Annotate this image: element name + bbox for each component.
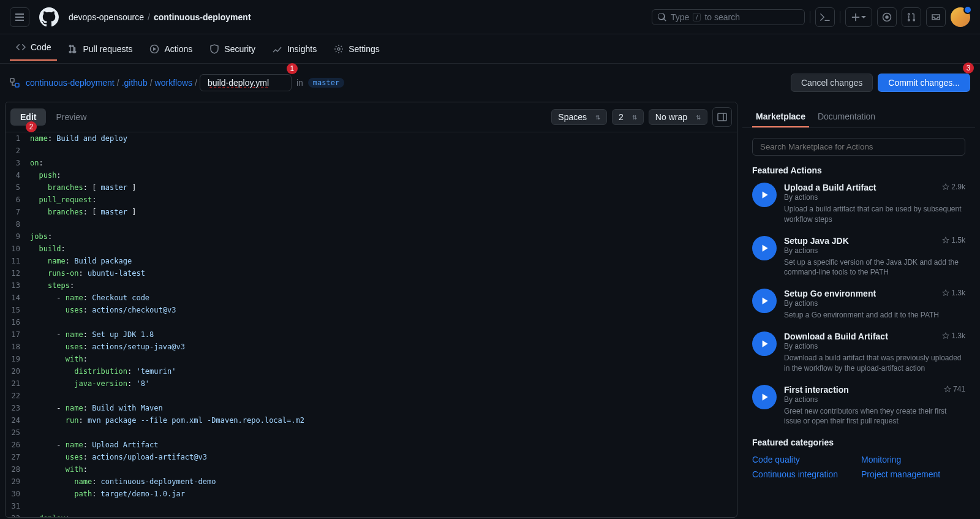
plus-icon [851, 13, 860, 21]
repo-link[interactable]: continuous-deployment [154, 12, 251, 22]
branch-pill: master [308, 78, 344, 88]
github-logo-icon[interactable] [39, 7, 59, 27]
marketplace-action[interactable]: First interaction741 By actions Greet ne… [752, 385, 965, 427]
search-placeholder: Type [671, 12, 689, 22]
notifications-button[interactable] [926, 7, 946, 27]
action-stars: 1.3k [942, 331, 965, 340]
action-stars: 741 [944, 385, 965, 393]
annotation-badge-1: 1 [287, 63, 298, 74]
divider [810, 11, 810, 23]
breadcrumb-separator: / [148, 12, 150, 22]
code-line: 3on: [6, 157, 737, 169]
code-line: 27 uses: actions/upload-artifact@v3 [6, 451, 737, 463]
code-line: 23 - name: Build with Maven [6, 402, 737, 414]
breadcrumb-repo[interactable]: continuous-deployment [26, 78, 115, 88]
code-line: 12 runs-on: ubuntu-latest [6, 267, 737, 279]
category-link[interactable]: Monitoring [861, 455, 965, 464]
file-breadcrumb-row: continuous-deployment / .github / workfl… [0, 64, 980, 102]
breadcrumb-workflows[interactable]: workflows [155, 78, 192, 88]
marketplace-action[interactable]: Setup Java JDK1.5k By actions Set up a s… [752, 236, 965, 278]
code-line: 4 push: [6, 169, 737, 181]
svg-point-1 [886, 16, 888, 18]
workflow-icon [10, 78, 20, 88]
code-line: 26 - name: Upload Artifact [6, 439, 737, 451]
code-line: 25 [6, 426, 737, 439]
user-avatar[interactable] [951, 7, 970, 27]
menu-button[interactable] [10, 7, 29, 27]
marketplace-tab[interactable]: Marketplace [752, 107, 809, 127]
code-line: 32 deploy: [6, 512, 737, 517]
wrap-select[interactable]: No wrap⇅ [649, 109, 707, 125]
in-text: in [296, 78, 303, 88]
documentation-tab[interactable]: Documentation [814, 107, 879, 127]
play-icon [752, 236, 777, 260]
code-line: 22 [6, 390, 737, 402]
breadcrumb-github[interactable]: .github [122, 78, 148, 88]
nav-actions[interactable]: Actions [143, 39, 198, 59]
create-new-button[interactable] [845, 7, 872, 27]
code-line: 1name: Build and deploy [6, 132, 737, 145]
toggle-panel-button[interactable] [712, 107, 732, 127]
action-author: By actions [784, 299, 965, 308]
pull-request-icon [907, 12, 916, 22]
marketplace-search-input[interactable] [752, 138, 965, 156]
play-icon [752, 183, 777, 207]
code-line: 5 branches: [ master ] [6, 181, 737, 194]
nav-code[interactable]: Code [10, 37, 57, 61]
repo-navigation: Code Pull requests Actions Security Insi… [0, 34, 980, 64]
code-line: 13 steps: [6, 279, 737, 292]
indent-size-select[interactable]: 2⇅ [612, 109, 644, 125]
action-title: Setup Go environment [784, 289, 876, 298]
code-line: 8 [6, 218, 737, 230]
action-description: Set up a specific version of the Java JD… [784, 257, 965, 278]
indent-mode-select[interactable]: Spaces⇅ [551, 109, 607, 125]
category-link[interactable]: Continuous integration [752, 469, 856, 479]
org-link[interactable]: devops-opensource [69, 12, 144, 22]
nav-security[interactable]: Security [203, 39, 262, 59]
filename-input[interactable] [200, 74, 292, 91]
pull-requests-button[interactable] [902, 7, 921, 27]
action-author: By actions [784, 246, 965, 255]
code-line: 29 name: continuous-deployment-demo [6, 475, 737, 488]
preview-tab[interactable]: Preview [46, 108, 96, 126]
code-line: 2 [6, 145, 737, 157]
marketplace-sidebar: Marketplace Documentation Featured Actio… [742, 102, 975, 518]
featured-actions-title: Featured Actions [752, 165, 965, 175]
nav-insights[interactable]: Insights [266, 39, 323, 59]
code-line: 19 with: [6, 353, 737, 365]
play-icon [752, 289, 777, 313]
code-line: 28 with: [6, 463, 737, 475]
code-line: 11 name: Build package [6, 255, 737, 267]
code-line: 15 uses: actions/checkout@v3 [6, 304, 737, 316]
category-link[interactable]: Project management [861, 469, 965, 479]
nav-pull-requests[interactable]: Pull requests [62, 39, 138, 59]
commit-changes-button[interactable]: Commit changes... [878, 74, 970, 92]
code-line: 6 pull_request: [6, 194, 737, 206]
svg-rect-4 [10, 78, 14, 82]
code-line: 16 [6, 316, 737, 328]
marketplace-action[interactable]: Upload a Build Artifact2.9k By actions U… [752, 183, 965, 225]
code-line: 14 - name: Checkout code [6, 292, 737, 304]
annotation-badge-2: 2 [26, 121, 37, 132]
nav-settings[interactable]: Settings [328, 39, 386, 59]
cancel-changes-button[interactable]: Cancel changes [791, 74, 873, 92]
command-palette-button[interactable] [815, 7, 835, 27]
action-description: Greet new contributors when they create … [784, 406, 965, 427]
action-title: Upload a Build Artifact [784, 183, 876, 192]
code-line: 7 branches: [ master ] [6, 206, 737, 218]
marketplace-action[interactable]: Download a Build Artifact1.3k By actions… [752, 331, 965, 374]
code-line: 31 [6, 500, 737, 512]
issues-icon [882, 12, 892, 22]
code-line: 20 distribution: 'temurin' [6, 365, 737, 377]
action-description: Upload a build artifact that can be used… [784, 204, 965, 225]
search-button[interactable]: Type / to search [652, 9, 805, 25]
issues-button[interactable] [877, 7, 897, 27]
code-editor[interactable]: 1name: Build and deploy23on:4 push:5 bra… [6, 132, 737, 517]
action-description: Setup a Go environment and add it to the… [784, 310, 965, 320]
chevron-down-icon [861, 15, 866, 20]
code-line: 21 java-version: '8' [6, 377, 737, 390]
category-link[interactable]: Code quality [752, 455, 856, 464]
code-line: 24 run: mvn package --file pom.xml -Dmav… [6, 414, 737, 426]
code-line: 10 build: [6, 243, 737, 255]
marketplace-action[interactable]: Setup Go environment1.3k By actions Setu… [752, 289, 965, 320]
